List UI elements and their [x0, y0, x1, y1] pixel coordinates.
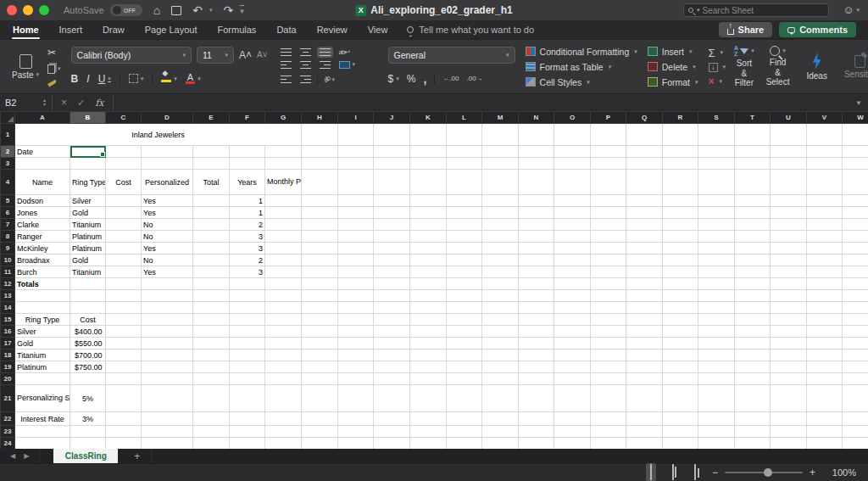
cell-R17[interactable] — [663, 338, 698, 350]
cell-W24[interactable] — [843, 438, 868, 450]
format-painter-button[interactable] — [47, 80, 61, 87]
cell-P24[interactable] — [591, 438, 626, 450]
cell-L20[interactable] — [447, 373, 482, 385]
percent-button[interactable]: % — [407, 73, 416, 85]
tab-view[interactable]: View — [367, 22, 389, 37]
zoom-slider[interactable] — [725, 472, 803, 473]
cell-M10[interactable] — [482, 254, 519, 266]
cell-B20[interactable] — [70, 373, 106, 385]
find-select-button[interactable]: ▾ Find & Select — [763, 44, 793, 89]
cell-U4[interactable] — [771, 170, 807, 195]
select-all-corner[interactable] — [1, 112, 15, 124]
cell-M16[interactable] — [482, 326, 519, 338]
currency-button[interactable]: $▾ — [388, 73, 399, 85]
decrease-decimal-button[interactable]: .00→ — [467, 75, 483, 82]
cell-K9[interactable] — [410, 243, 447, 254]
cell-L23[interactable] — [447, 426, 482, 438]
cell-E9[interactable] — [193, 243, 230, 254]
cell-O16[interactable] — [554, 326, 591, 338]
cell-F21[interactable] — [230, 385, 265, 412]
cell-R13[interactable] — [663, 290, 698, 302]
cell-Q2[interactable] — [626, 146, 663, 158]
cell-P9[interactable] — [591, 243, 626, 254]
share-button[interactable]: Share — [719, 22, 773, 37]
cell-C24[interactable] — [106, 438, 142, 450]
search-sheet-box[interactable]: ▾ — [683, 3, 829, 17]
formula-bar-collapse-icon[interactable]: ▼ — [849, 99, 868, 107]
cell-N1[interactable] — [519, 124, 554, 146]
cell-R24[interactable] — [663, 438, 698, 450]
cell-I16[interactable] — [338, 326, 374, 338]
cell-P13[interactable] — [591, 290, 626, 302]
cell-S19[interactable] — [698, 361, 735, 373]
cell-L14[interactable] — [447, 302, 482, 314]
cell-N14[interactable] — [519, 302, 554, 314]
cell-E10[interactable] — [193, 254, 230, 266]
col-header-E[interactable]: E — [193, 112, 230, 124]
cell-S8[interactable] — [698, 231, 735, 243]
cell-A7[interactable]: Clarke — [15, 219, 70, 231]
row-header-2[interactable]: 2 — [1, 146, 15, 158]
col-header-N[interactable]: N — [519, 112, 554, 124]
cell-I13[interactable] — [338, 290, 374, 302]
cell-W11[interactable] — [843, 266, 868, 278]
cell-H6[interactable] — [302, 207, 338, 219]
cell-D19[interactable] — [142, 361, 193, 373]
cell-D14[interactable] — [142, 302, 193, 314]
row-header-16[interactable]: 16 — [1, 326, 15, 338]
cell-U21[interactable] — [771, 385, 807, 412]
clear-button[interactable]: ×▾ — [709, 76, 726, 87]
cell-C3[interactable] — [106, 158, 142, 170]
shrink-font-button[interactable]: A˅ — [257, 50, 268, 59]
cell-V14[interactable] — [807, 302, 843, 314]
merge-center-button[interactable]: ▾ — [337, 59, 359, 70]
cell-K22[interactable] — [410, 412, 447, 426]
font-name-select[interactable]: Calibri (Body)▾ — [71, 47, 192, 64]
cell-Q12[interactable] — [626, 278, 663, 290]
cell-C11[interactable] — [106, 266, 142, 278]
cell-C8[interactable] — [106, 231, 142, 243]
cell-K5[interactable] — [410, 195, 447, 207]
cell-P3[interactable] — [591, 158, 626, 170]
cell-G5[interactable] — [265, 195, 302, 207]
tab-review[interactable]: Review — [316, 22, 348, 37]
cell-C9[interactable] — [106, 243, 142, 254]
cell-G21[interactable] — [265, 385, 302, 412]
cell-N10[interactable] — [519, 254, 554, 266]
cell-N23[interactable] — [519, 426, 554, 438]
cell-C13[interactable] — [106, 290, 142, 302]
cell-S1[interactable] — [698, 124, 735, 146]
cell-H16[interactable] — [302, 326, 338, 338]
cell-C21[interactable] — [106, 385, 142, 412]
cell-B10[interactable]: Gold — [70, 254, 106, 266]
fill-button[interactable]: ↓▾ — [709, 63, 726, 72]
cell-I18[interactable] — [338, 350, 374, 361]
col-header-O[interactable]: O — [554, 112, 591, 124]
cell-V18[interactable] — [807, 350, 843, 361]
cell-C22[interactable] — [106, 412, 142, 426]
cell-L4[interactable] — [447, 170, 482, 195]
cell-C14[interactable] — [106, 302, 142, 314]
col-header-S[interactable]: S — [698, 112, 735, 124]
cell-Q24[interactable] — [626, 438, 663, 450]
col-header-D[interactable]: D — [142, 112, 193, 124]
cell-V23[interactable] — [807, 426, 843, 438]
cell-F11[interactable]: 3 — [230, 266, 265, 278]
cell-G15[interactable] — [265, 314, 302, 326]
cell-K6[interactable] — [410, 207, 447, 219]
cell-B15[interactable]: Cost — [70, 314, 106, 326]
increase-decimal-button[interactable]: ←.00 — [442, 75, 459, 82]
cell-S14[interactable] — [698, 302, 735, 314]
cell-H10[interactable] — [302, 254, 338, 266]
insert-cells-button[interactable]: Insert▾ — [648, 47, 698, 57]
cell-P11[interactable] — [591, 266, 626, 278]
cell-H8[interactable] — [302, 231, 338, 243]
cell-P2[interactable] — [591, 146, 626, 158]
cell-W6[interactable] — [843, 207, 868, 219]
cell-F23[interactable] — [230, 426, 265, 438]
autosum-button[interactable]: Σ▾ — [709, 47, 726, 59]
cell-A12[interactable]: Totals — [15, 278, 70, 290]
cell-H9[interactable] — [302, 243, 338, 254]
cell-L13[interactable] — [447, 290, 482, 302]
cell-D4[interactable]: Personalized — [142, 170, 193, 195]
